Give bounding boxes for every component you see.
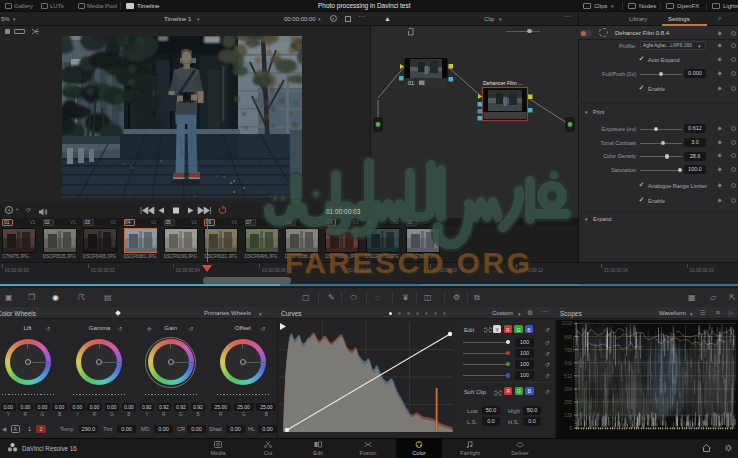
svg-text:01: 01 — [408, 80, 414, 86]
svg-text:Dehancer Film ...: Dehancer Film ... — [483, 80, 523, 86]
